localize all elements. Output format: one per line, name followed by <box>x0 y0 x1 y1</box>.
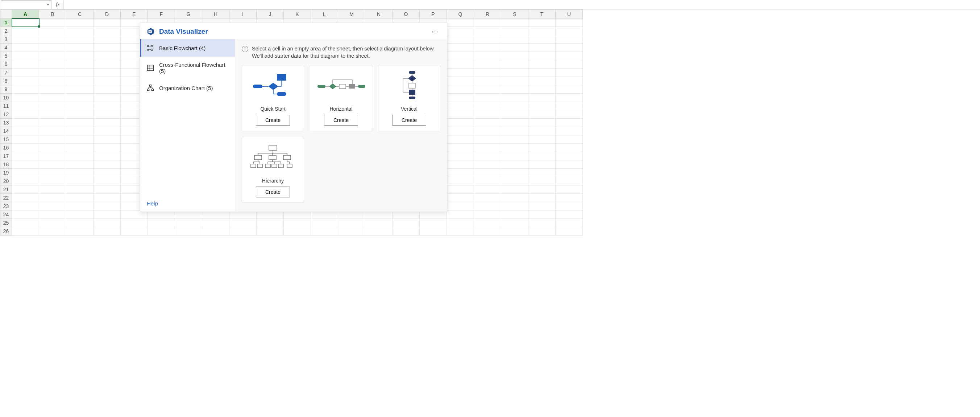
cell[interactable] <box>66 94 94 102</box>
cell[interactable] <box>447 177 474 185</box>
cell[interactable] <box>66 60 94 69</box>
cell[interactable] <box>474 177 501 185</box>
cell[interactable] <box>39 52 66 60</box>
column-header[interactable]: P <box>420 10 447 19</box>
cell[interactable] <box>474 185 501 194</box>
cell[interactable] <box>338 227 365 235</box>
cell[interactable] <box>474 119 501 127</box>
cell[interactable] <box>94 69 121 77</box>
cell[interactable] <box>39 27 66 35</box>
cell[interactable] <box>447 152 474 160</box>
cell[interactable] <box>39 43 66 52</box>
cell[interactable] <box>66 77 94 85</box>
cell[interactable] <box>121 227 148 235</box>
cell[interactable] <box>501 94 528 102</box>
row-header[interactable]: 15 <box>0 135 12 144</box>
cell[interactable] <box>94 110 121 119</box>
cell[interactable] <box>12 135 39 144</box>
cell[interactable] <box>501 202 528 211</box>
cell[interactable] <box>501 227 528 235</box>
sidebar-item-cross-functional[interactable]: Cross-Functional Flowchart (5) <box>140 57 235 79</box>
cell[interactable] <box>501 177 528 185</box>
cell[interactable] <box>528 160 555 169</box>
cell[interactable] <box>474 152 501 160</box>
cell[interactable] <box>94 160 121 169</box>
row-header[interactable]: 26 <box>0 227 12 235</box>
cell[interactable] <box>555 85 583 94</box>
row-header[interactable]: 24 <box>0 211 12 219</box>
row-header[interactable]: 19 <box>0 169 12 177</box>
cell[interactable] <box>501 35 528 43</box>
cell[interactable] <box>12 177 39 185</box>
row-header[interactable]: 10 <box>0 94 12 102</box>
row-header[interactable]: 9 <box>0 85 12 94</box>
cell[interactable] <box>39 211 66 219</box>
column-header[interactable]: J <box>256 10 284 19</box>
cell[interactable] <box>94 194 121 202</box>
cell[interactable] <box>474 77 501 85</box>
cell[interactable] <box>447 219 474 227</box>
cell[interactable] <box>447 185 474 194</box>
cell[interactable] <box>94 144 121 152</box>
cell[interactable] <box>474 211 501 219</box>
cell[interactable] <box>528 35 555 43</box>
name-box[interactable]: ▾ <box>1 0 51 9</box>
cell[interactable] <box>311 227 338 235</box>
cell[interactable] <box>12 94 39 102</box>
cell[interactable] <box>501 69 528 77</box>
cell[interactable] <box>94 211 121 219</box>
cell[interactable] <box>447 35 474 43</box>
row-header[interactable]: 23 <box>0 202 12 211</box>
cell[interactable] <box>555 127 583 135</box>
cell[interactable] <box>256 227 284 235</box>
cell[interactable] <box>474 35 501 43</box>
row-header[interactable]: 11 <box>0 102 12 110</box>
cell[interactable] <box>66 69 94 77</box>
cell[interactable] <box>66 85 94 94</box>
cell[interactable] <box>528 177 555 185</box>
cell[interactable] <box>555 169 583 177</box>
cell[interactable] <box>94 135 121 144</box>
cell[interactable] <box>447 85 474 94</box>
cell[interactable] <box>555 185 583 194</box>
cell[interactable] <box>39 135 66 144</box>
cell[interactable] <box>555 135 583 144</box>
cell[interactable] <box>94 227 121 235</box>
cell[interactable] <box>94 43 121 52</box>
column-header[interactable]: G <box>175 10 202 19</box>
cell[interactable] <box>555 43 583 52</box>
cell[interactable] <box>447 19 474 27</box>
cell[interactable] <box>94 152 121 160</box>
cell[interactable] <box>501 119 528 127</box>
cell[interactable] <box>94 202 121 211</box>
cell[interactable] <box>94 60 121 69</box>
cell[interactable] <box>528 219 555 227</box>
cell[interactable] <box>447 110 474 119</box>
cell[interactable] <box>501 102 528 110</box>
cell[interactable] <box>229 227 256 235</box>
cell[interactable] <box>94 169 121 177</box>
cell[interactable] <box>66 43 94 52</box>
cell[interactable] <box>284 219 311 227</box>
cell[interactable] <box>501 27 528 35</box>
cell[interactable] <box>202 227 229 235</box>
create-button[interactable]: Create <box>256 187 290 197</box>
cell[interactable] <box>447 202 474 211</box>
cell[interactable] <box>474 169 501 177</box>
row-header[interactable]: 14 <box>0 127 12 135</box>
cell[interactable] <box>447 135 474 144</box>
cell[interactable] <box>528 135 555 144</box>
cell[interactable] <box>555 160 583 169</box>
cell[interactable] <box>474 219 501 227</box>
cell[interactable] <box>12 160 39 169</box>
cell[interactable] <box>528 144 555 152</box>
cell[interactable] <box>555 77 583 85</box>
cell[interactable] <box>94 52 121 60</box>
cell[interactable] <box>39 194 66 202</box>
cell[interactable] <box>12 35 39 43</box>
cell[interactable] <box>94 119 121 127</box>
cell[interactable] <box>474 52 501 60</box>
cell[interactable] <box>66 144 94 152</box>
cell[interactable] <box>12 19 39 27</box>
cell[interactable] <box>66 27 94 35</box>
